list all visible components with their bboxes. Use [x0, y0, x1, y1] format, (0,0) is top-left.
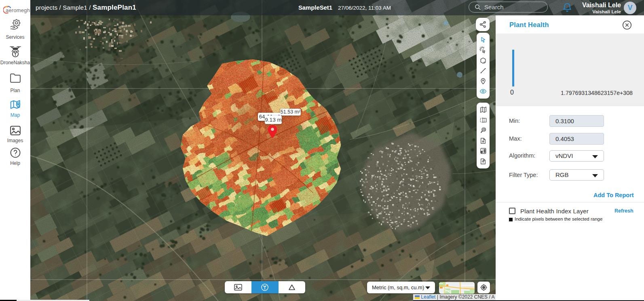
svg-text:aeromegh: aeromegh [6, 7, 30, 13]
